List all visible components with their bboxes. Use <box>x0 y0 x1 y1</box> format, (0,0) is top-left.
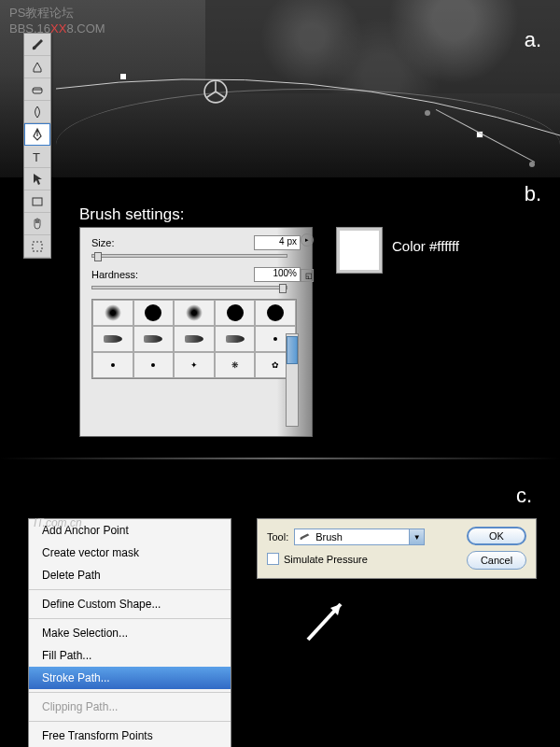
brush-tool[interactable] <box>24 34 50 56</box>
new-preset-icon[interactable]: ◱ <box>301 269 314 282</box>
preset-scrollbar[interactable] <box>286 333 299 427</box>
size-label: Size: <box>91 237 114 248</box>
watermark-line1: PS教程论坛 <box>9 5 105 21</box>
brush-preset[interactable] <box>92 352 133 378</box>
section-divider <box>0 458 560 459</box>
brush-preset[interactable] <box>133 352 175 378</box>
type-tool[interactable]: T <box>24 146 50 168</box>
brush-preset[interactable] <box>255 300 296 326</box>
hand-tool[interactable] <box>24 213 50 235</box>
svg-rect-3 <box>33 198 42 205</box>
watermark: PS教程论坛 BBS.16XX8.COM <box>9 5 105 35</box>
menu-watermark: IT.com.cn <box>34 516 82 529</box>
color-swatch[interactable] <box>336 227 383 274</box>
svg-rect-1 <box>33 88 42 93</box>
path-context-menu: IT.com.cn Add Anchor PointCreate vector … <box>28 518 231 747</box>
menu-separator <box>29 692 231 693</box>
slider-thumb[interactable] <box>94 252 102 261</box>
tool-label: Tool: <box>267 531 288 543</box>
flyout-menu-icon[interactable]: ▸ <box>301 233 314 247</box>
menu-item-create-vector-mask[interactable]: Create vector mask <box>29 542 231 564</box>
brush-preset-grid: ✦ ❋ ✿ <box>91 299 297 379</box>
brush-preset[interactable]: ✦ <box>174 352 215 378</box>
tool-dropdown[interactable]: Brush ▼ <box>294 529 425 545</box>
brush-preset[interactable] <box>133 326 175 352</box>
pen-path-curve[interactable] <box>56 56 560 168</box>
menu-separator <box>29 721 231 722</box>
brush-preset[interactable] <box>215 326 256 352</box>
menu-item-define-custom-shape[interactable]: Define Custom Shape... <box>29 593 231 615</box>
clone-stamp-tool[interactable] <box>24 56 50 78</box>
ok-button[interactable]: OK <box>467 527 526 545</box>
brush-settings-title: Brush settings: <box>79 205 560 224</box>
menu-separator <box>29 618 231 619</box>
section-label-b: b. <box>525 182 541 206</box>
hardness-input[interactable]: 100% <box>254 267 301 282</box>
stroke-path-dialog: Tool: Brush ▼ Simulate Pressure OK Cance… <box>257 518 537 579</box>
slider-thumb[interactable] <box>279 284 287 293</box>
dropdown-arrow-icon[interactable]: ▼ <box>409 529 424 544</box>
menu-item-fill-path[interactable]: Fill Path... <box>29 644 231 667</box>
path-selection-tool[interactable] <box>24 168 50 190</box>
brush-preset[interactable] <box>92 300 133 326</box>
menu-item-make-selection[interactable]: Make Selection... <box>29 622 231 644</box>
section-b: Brush settings: Size: 4 px ▸ ◱ Hardness:… <box>0 182 560 224</box>
svg-rect-4 <box>33 242 42 251</box>
watermark-line2: BBS.16XX8.COM <box>9 21 105 35</box>
bezier-handle-dot[interactable] <box>425 110 430 116</box>
brush-preset[interactable] <box>92 326 133 352</box>
section-label-c: c. <box>516 484 532 508</box>
tools-palette: T <box>23 33 51 259</box>
tool-dropdown-value: Brush <box>315 531 343 543</box>
svg-text:T: T <box>33 150 40 164</box>
section-label-a: a. <box>525 28 541 52</box>
size-slider[interactable] <box>91 254 287 258</box>
brush-preset[interactable] <box>174 326 215 352</box>
blur-tool[interactable] <box>24 101 50 123</box>
simulate-pressure-label: Simulate Pressure <box>284 554 368 565</box>
brush-preset[interactable] <box>174 300 215 326</box>
brush-preset[interactable] <box>133 300 175 326</box>
annotation-arrow-icon <box>299 593 355 649</box>
bezier-handle-dot[interactable] <box>529 162 535 167</box>
eraser-tool[interactable] <box>24 78 50 101</box>
scroll-thumb[interactable] <box>287 336 298 364</box>
pen-tool[interactable] <box>24 123 50 146</box>
brush-preset[interactable]: ❋ <box>215 352 256 378</box>
cancel-button[interactable]: Cancel <box>467 551 526 570</box>
brush-preset[interactable] <box>215 300 256 326</box>
path-anchor-point[interactable] <box>119 73 127 80</box>
menu-separator <box>29 589 231 590</box>
brush-settings-panel: Size: 4 px ▸ ◱ Hardness: 100% ✦ ❋ ✿ <box>79 227 313 437</box>
menu-item-stroke-path[interactable]: Stroke Path... <box>29 667 231 689</box>
brush-icon <box>299 532 312 542</box>
color-label: Color #ffffff <box>392 238 459 254</box>
simulate-pressure-checkbox[interactable] <box>267 553 279 565</box>
hardness-label: Hardness: <box>91 269 138 280</box>
zoom-tool[interactable] <box>24 235 50 258</box>
rectangle-tool[interactable] <box>24 190 50 213</box>
menu-item-clipping-path: Clipping Path... <box>29 696 231 718</box>
hardness-slider[interactable] <box>91 286 287 289</box>
menu-item-delete-path[interactable]: Delete Path <box>29 564 231 586</box>
size-input[interactable]: 4 px <box>254 235 301 250</box>
menu-item-free-transform-points[interactable]: Free Transform Points <box>29 725 231 747</box>
